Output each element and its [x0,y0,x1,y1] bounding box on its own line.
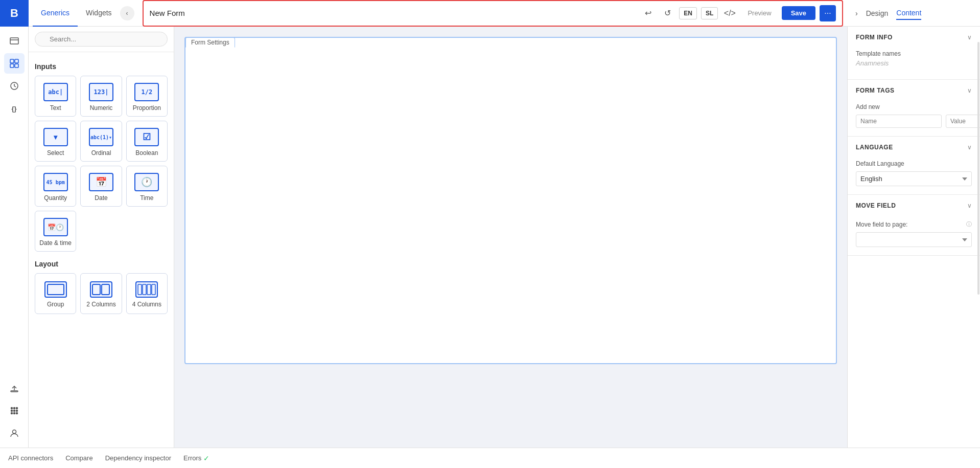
date-label: Date [95,194,107,202]
svg-point-9 [13,408,15,409]
sidebar-components-button[interactable] [4,53,25,74]
numeric-icon: 123| [89,83,113,101]
component-ordinal[interactable]: abc(1)▾ Ordinal [80,121,122,162]
component-2columns[interactable]: 2 Columns [80,273,122,314]
more-options-button[interactable]: ··· [820,5,836,21]
form-tags-chevron: ∨ [967,87,972,94]
tag-value-input[interactable] [946,115,980,128]
ordinal-icon: abc(1)▾ [89,128,113,146]
boolean-icon: ☑ [134,128,159,146]
sidebar-grid-button[interactable] [4,400,25,421]
tab-compare[interactable]: Compare [65,452,92,464]
form-tags-header[interactable]: FORM TAGS ∨ [848,80,980,101]
lang-sl-button[interactable]: SL [701,7,718,19]
svg-point-12 [13,410,15,412]
layout-grid: Group 2 Columns 4 Columns [35,273,168,314]
form-tags-body: Add new + [848,101,980,136]
svg-rect-2 [10,59,14,63]
undo-button[interactable]: ↩ [640,6,656,21]
form-info-header[interactable]: FORM INFO ∨ [848,27,980,48]
preview-button[interactable]: Preview [741,7,777,19]
form-info-chevron: ∨ [967,34,972,41]
component-date[interactable]: 📅 Date [80,166,122,207]
save-button[interactable]: Save [782,6,815,20]
svg-point-16 [16,413,17,414]
help-icon: ⓘ [966,220,972,228]
component-numeric[interactable]: 123| Numeric [80,76,122,117]
text-label: Text [50,104,61,112]
search-input[interactable] [35,32,168,47]
lang-en-button[interactable]: EN [679,7,697,19]
tab-design[interactable]: Design [866,7,889,19]
layout-section-title: Layout [35,260,168,268]
quantity-icon: 45 bpm [43,173,68,191]
svg-point-17 [12,430,16,434]
code-button[interactable]: </> [722,6,737,21]
tab-api-connectors[interactable]: API connectors [8,452,53,464]
canvas-area[interactable]: Form Settings [174,27,847,448]
main-content: {} Inputs abc| Text [0,27,980,448]
svg-point-10 [16,408,17,409]
template-names-value: Anamnesis [856,59,972,67]
tab-errors[interactable]: Errors ✓ [183,452,209,464]
quantity-label: Quantity [44,194,67,202]
form-title-bar: New Form ↩ ↺ EN SL </> Preview Save ··· [143,0,843,27]
tab-widgets[interactable]: Widgets [78,0,120,27]
top-bar: B Generics Widgets ‹ New Form ↩ ↺ EN SL … [0,0,980,27]
component-select[interactable]: ▾ Select [35,121,76,162]
2columns-label: 2 Columns [86,301,115,308]
inputs-section-title: Inputs [35,62,168,71]
tab-generics[interactable]: Generics [33,0,78,27]
component-4columns[interactable]: 4 Columns [126,273,168,314]
tab-dependency-inspector[interactable]: Dependency inspector [105,452,171,464]
tag-name-input[interactable] [856,115,942,128]
proportion-label: Proportion [133,104,161,112]
language-header[interactable]: LANGUAGE ∨ [848,137,980,158]
redo-button[interactable]: ↺ [660,6,675,21]
form-tags-section: FORM TAGS ∨ Add new + [848,80,980,137]
sidebar-history-button[interactable] [4,76,25,96]
svg-rect-0 [10,38,18,44]
sidebar-code-button[interactable]: {} [4,98,25,119]
component-group[interactable]: Group [35,273,76,314]
svg-point-14 [11,413,12,414]
tab-content[interactable]: Content [896,7,921,20]
expand-right-panel-button[interactable]: › [855,9,858,17]
language-body: Default Language English Slovenian Germa… [848,158,980,194]
form-info-title: FORM INFO [856,34,893,41]
language-chevron: ∨ [967,144,972,151]
ordinal-label: Ordinal [91,149,111,157]
form-name: New Form [150,9,637,17]
form-info-section: FORM INFO ∨ Template names Anamnesis [848,27,980,80]
move-field-header[interactable]: MOVE FIELD ∨ [848,195,980,216]
move-field-select[interactable] [856,232,972,247]
time-label: Time [140,194,153,202]
component-datetime[interactable]: 📅🕐 Date & time [35,211,76,252]
component-time[interactable]: 🕐 Time [126,166,168,207]
main-tab-bar: Generics Widgets ‹ [29,0,138,27]
component-text[interactable]: abc| Text [35,76,76,117]
default-language-select[interactable]: English Slovenian German French [856,171,972,186]
component-quantity[interactable]: 45 bpm Quantity [35,166,76,207]
bottom-bar: API connectors Compare Dependency inspec… [0,448,980,468]
move-field-title: MOVE FIELD [856,202,896,209]
4columns-label: 4 Columns [132,301,161,308]
svg-rect-21 [138,284,142,295]
component-proportion[interactable]: 1/2 Proportion [126,76,168,117]
search-bar [29,27,174,52]
boolean-label: Boolean [135,149,158,157]
collapse-panel-button[interactable]: ‹ [120,6,134,20]
sidebar-upload-button[interactable] [4,378,25,398]
svg-rect-24 [152,284,155,295]
sidebar-user-button[interactable] [4,423,25,443]
form-tags-title: FORM TAGS [856,87,895,94]
sidebar-layers-button[interactable] [4,31,25,51]
svg-point-15 [13,413,15,414]
template-names-label: Template names [856,50,972,57]
components-list: Inputs abc| Text 123| Numeric 1/2 Propor… [29,52,174,448]
svg-rect-18 [48,284,64,295]
form-info-body: Template names Anamnesis [848,48,980,79]
component-boolean[interactable]: ☑ Boolean [126,121,168,162]
svg-rect-19 [92,284,100,295]
language-section: LANGUAGE ∨ Default Language English Slov… [848,137,980,195]
